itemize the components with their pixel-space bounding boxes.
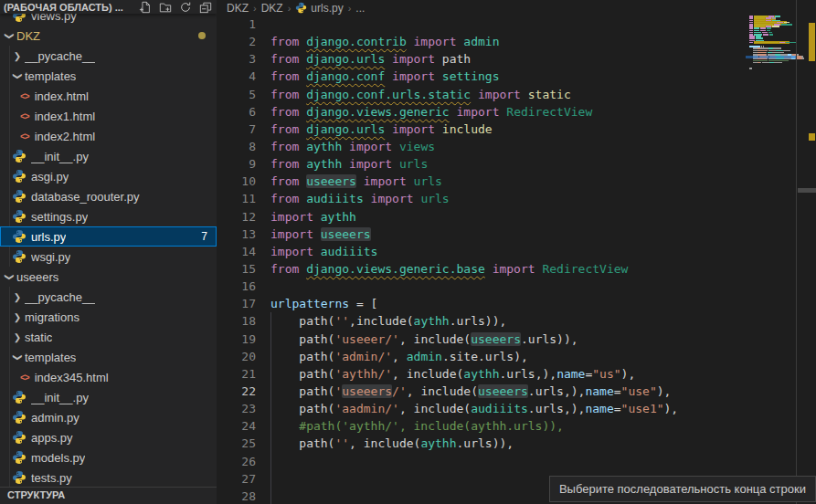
code-line-24[interactable]: #path('aythh/', include(aythh.urls)),: [270, 417, 564, 435]
breadcrumb-separator: ›: [288, 3, 291, 14]
code-line-13[interactable]: import useeers: [270, 226, 371, 243]
tree-folder-__pycache__[interactable]: ❯__pycache__: [0, 46, 217, 66]
code-token: .urls)),: [450, 314, 507, 328]
line-number: 16: [217, 278, 256, 295]
code-token: .urls)),: [521, 332, 578, 346]
minimap-line: [779, 42, 785, 44]
code-line-3[interactable]: from django.urls import path: [270, 50, 471, 68]
tree-folder-__pycache__[interactable]: ❯__pycache__: [0, 287, 217, 307]
breadcrumb-item[interactable]: DKZ: [227, 2, 249, 15]
code-token: import: [385, 52, 442, 66]
line-number: 20: [217, 348, 256, 365]
tree-folder-DKZ[interactable]: ❯DKZ: [0, 26, 217, 46]
code-token: audiiits: [471, 402, 528, 415]
code-line-23[interactable]: path('aadmin/', include(audiiits.urls,),…: [270, 400, 678, 417]
code-line-18[interactable]: path('',include(aythh.urls)),: [270, 312, 506, 330]
breadcrumb-item[interactable]: DKZ: [261, 2, 283, 15]
minimap-line: [769, 34, 773, 36]
code-line-12[interactable]: import aythh: [270, 208, 356, 226]
chevron-down-icon[interactable]: ❯: [13, 352, 23, 362]
code-token: urlpatterns: [270, 297, 349, 310]
tree-file-index2.html[interactable]: <>index2.html: [0, 126, 217, 146]
code-token: , include(: [349, 436, 420, 450]
code-token: from: [270, 174, 306, 188]
code-token: useeers: [471, 332, 521, 346]
python-file-icon: [12, 189, 26, 204]
code-line-19[interactable]: path('useeer/', include(useeers.urls)),: [270, 331, 578, 348]
tree-file-asgi.py[interactable]: asgi.py: [0, 166, 217, 186]
code-line-22[interactable]: path('useeers/', include(useeers.urls,),…: [270, 383, 671, 400]
breadcrumb-item[interactable]: ...: [355, 2, 365, 15]
chevron-right-icon[interactable]: ❯: [12, 332, 23, 342]
line-number: 8: [217, 138, 256, 155]
explorer-section-header[interactable]: (РАБОЧАЯ ОБЛАСТЬ) ...: [0, 0, 217, 14]
tree-file-database_roouter.py[interactable]: database_roouter.py: [0, 186, 217, 206]
code-line-21[interactable]: path('aythh/', include(aythh.urls,),name…: [270, 365, 635, 383]
code-token: aythh: [321, 210, 356, 224]
tree-file-wsgi.py[interactable]: wsgi.py: [0, 247, 217, 267]
code-line-11[interactable]: from audiiits import urls: [270, 190, 450, 207]
breadcrumb-label: urls.py: [311, 2, 343, 15]
tree-file-__init__.py[interactable]: __init__.py: [0, 387, 217, 407]
chevron-down-icon[interactable]: ❯: [13, 70, 23, 81]
code-line-14[interactable]: import audiiits: [270, 243, 377, 260]
chevron-right-icon[interactable]: ❯: [12, 51, 23, 61]
collapse-all-icon[interactable]: [198, 0, 213, 14]
code-token: '': [334, 436, 349, 450]
code-line-9[interactable]: from aythh import urls: [270, 155, 428, 173]
tree-file-__init__.py[interactable]: __init__.py: [0, 146, 217, 166]
tree-folder-static[interactable]: ❯static: [0, 327, 217, 347]
tree-file-index.html[interactable]: <>index.html: [0, 86, 217, 106]
line-number: 22: [217, 383, 256, 400]
code-line-15[interactable]: from django.views.generic.base import Re…: [270, 260, 628, 278]
minimap-cursor-mark: [749, 68, 752, 69]
tree-folder-templates[interactable]: ❯templates: [0, 66, 217, 86]
overview-ruler-scrollbar[interactable]: [796, 0, 816, 504]
tree-file-index1.html[interactable]: <>index1.html: [0, 106, 217, 126]
code-token: aythh: [306, 157, 342, 171]
code-token: name: [556, 367, 585, 381]
tree-file-apps.py[interactable]: apps.py: [0, 427, 217, 447]
new-folder-icon[interactable]: [158, 0, 173, 14]
code-editor[interactable]: DKZ›DKZ›urls.py›... 12345678910111213141…: [217, 0, 816, 504]
tree-file-admin.py[interactable]: admin.py: [0, 407, 217, 427]
tree-file-index345.html[interactable]: <>index345.html: [0, 367, 217, 387]
line-number: 21: [217, 365, 256, 383]
tree-item-label: __init__.py: [31, 391, 89, 404]
code-line-25[interactable]: path('', include(aythh.urls)),: [270, 435, 514, 452]
tree-folder-useeers[interactable]: ❯useeers: [0, 267, 217, 287]
new-file-icon[interactable]: [138, 0, 153, 14]
tree-file-urls.py[interactable]: urls.py7: [0, 226, 217, 247]
tree-folder-templates[interactable]: ❯templates: [0, 347, 217, 367]
tree-file-tests.py[interactable]: tests.py: [0, 467, 217, 488]
code-line-4[interactable]: from django.conf import settings: [270, 68, 499, 85]
tree-file-models.py[interactable]: models.py: [0, 447, 217, 467]
refresh-icon[interactable]: [178, 0, 193, 14]
code-token: '': [334, 314, 349, 328]
chevron-down-icon[interactable]: ❯: [5, 30, 15, 41]
code-token: from: [270, 192, 306, 205]
breadcrumb-item[interactable]: urls.py: [295, 2, 343, 15]
outline-section-header[interactable]: СТРУКТУРА: [0, 487, 217, 504]
code-line-17[interactable]: urlpatterns = [: [270, 295, 377, 312]
code-line-6[interactable]: from django.views.generic import Redirec…: [270, 103, 592, 121]
code-line-5[interactable]: from django.conf.urls.static import stat…: [270, 86, 571, 103]
code-line-20[interactable]: path('admin/', admin.site.urls),: [270, 348, 528, 365]
chevron-right-icon[interactable]: ❯: [12, 312, 23, 322]
tree-file-settings.py[interactable]: settings.py: [0, 206, 217, 226]
chevron-right-icon[interactable]: ❯: [12, 292, 23, 302]
code-token: "use1": [621, 402, 664, 415]
code-line-8[interactable]: from aythh import views: [270, 138, 435, 155]
line-number: 6: [217, 103, 256, 121]
tree-folder-migrations[interactable]: ❯migrations: [0, 307, 217, 327]
tree-item-label: index2.html: [35, 130, 95, 143]
html-file-icon: <>: [20, 111, 29, 121]
code-line-2[interactable]: from django.contrib import admin: [270, 33, 499, 50]
minimap-line: [774, 62, 781, 64]
chevron-down-icon[interactable]: ❯: [5, 271, 15, 282]
minimap[interactable]: [746, 0, 796, 504]
code-line-7[interactable]: from django.urls import include: [270, 121, 493, 138]
code-token: from: [270, 105, 306, 119]
code-line-10[interactable]: from useeers import urls: [270, 173, 442, 190]
line-number: 15: [217, 260, 256, 278]
